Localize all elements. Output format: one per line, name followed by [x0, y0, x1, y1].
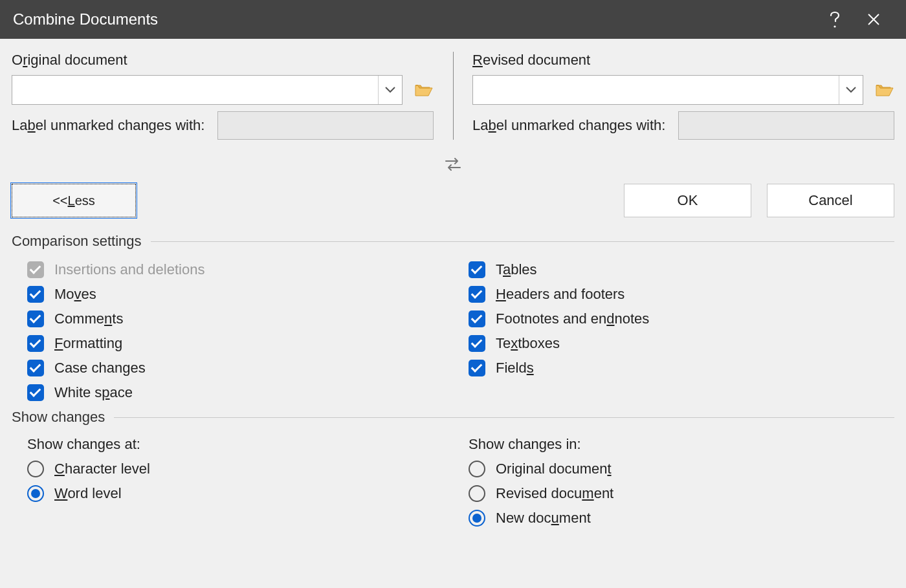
checkbox-icon	[469, 286, 485, 303]
radio-original-document[interactable]: Original document	[453, 457, 894, 481]
original-browse-button[interactable]	[414, 82, 434, 98]
chevron-down-icon	[845, 86, 857, 94]
less-button[interactable]: << Less	[12, 184, 136, 217]
document-selection-row: Original document	[12, 52, 894, 140]
checkbox-footnotes-endnotes[interactable]: Footnotes and endnotes	[453, 307, 894, 331]
checkbox-fields[interactable]: Fields	[453, 356, 894, 380]
revised-unmarked-label: Label unmarked changes with:	[472, 117, 665, 134]
original-document-label: Original document	[12, 52, 434, 69]
folder-open-icon	[414, 82, 434, 98]
original-document-combo[interactable]	[12, 75, 403, 105]
checkbox-tables[interactable]: Tables	[453, 257, 894, 282]
radio-icon	[469, 461, 485, 477]
radio-word-level[interactable]: Word level	[12, 481, 453, 506]
checkbox-headers-footers[interactable]: Headers and footers	[453, 282, 894, 307]
cancel-button[interactable]: Cancel	[767, 184, 894, 217]
help-button[interactable]	[815, 0, 854, 39]
revised-document-label: Revised document	[472, 52, 894, 69]
checkbox-icon	[469, 310, 485, 327]
close-icon	[867, 12, 881, 27]
checkbox-white-space[interactable]: White space	[12, 380, 453, 405]
checkbox-case-changes[interactable]: Case changes	[12, 356, 453, 380]
checkbox-textboxes[interactable]: Textboxes	[453, 331, 894, 356]
original-document-dropdown-button[interactable]	[378, 76, 402, 104]
swap-arrows-icon	[443, 157, 463, 172]
radio-revised-document[interactable]: Revised document	[453, 481, 894, 506]
original-unmarked-input	[217, 111, 434, 140]
window-title: Combine Documents	[13, 10, 815, 28]
checkbox-icon	[27, 310, 44, 327]
checkbox-icon	[27, 286, 44, 303]
radio-character-level[interactable]: Character level	[12, 457, 453, 481]
checkbox-icon	[27, 384, 44, 401]
radio-icon	[27, 485, 44, 502]
ok-button[interactable]: OK	[624, 184, 751, 217]
close-button[interactable]	[854, 0, 893, 39]
checkbox-comments[interactable]: Comments	[12, 307, 453, 331]
revised-document-section: Revised document	[453, 52, 894, 140]
revised-unmarked-input	[678, 111, 894, 140]
show-changes-header: Show changes	[12, 409, 894, 426]
swap-documents-button[interactable]	[440, 151, 466, 177]
original-unmarked-label: Label unmarked changes with:	[12, 117, 204, 134]
titlebar: Combine Documents	[0, 0, 906, 39]
radio-icon	[469, 510, 485, 527]
checkbox-icon	[469, 261, 485, 278]
original-document-section: Original document	[12, 52, 453, 140]
comparison-settings-header: Comparison settings	[12, 233, 894, 250]
chevron-down-icon	[384, 86, 396, 94]
radio-icon	[469, 485, 485, 502]
radio-new-document[interactable]: New document	[453, 506, 894, 530]
combine-documents-dialog: Combine Documents Original document	[0, 0, 906, 588]
folder-open-icon	[875, 82, 894, 98]
revised-browse-button[interactable]	[875, 82, 894, 98]
checkbox-icon	[469, 360, 485, 376]
revised-document-dropdown-button[interactable]	[839, 76, 863, 104]
show-changes-at-label: Show changes at:	[12, 433, 453, 457]
show-changes-in-label: Show changes in:	[453, 433, 894, 457]
comparison-settings-group: Insertions and deletions Moves Comments …	[12, 257, 894, 405]
show-changes-group: Show changes at: Character level Word le…	[12, 433, 894, 530]
revised-document-combo[interactable]	[472, 75, 863, 105]
checkbox-icon	[27, 335, 44, 352]
radio-icon	[27, 461, 44, 477]
revised-document-input[interactable]	[473, 76, 839, 104]
vertical-divider	[453, 52, 454, 140]
checkbox-formatting[interactable]: Formatting	[12, 331, 453, 356]
checkbox-icon	[27, 360, 44, 376]
svg-point-0	[834, 25, 835, 27]
checkbox-insertions-deletions: Insertions and deletions	[12, 257, 453, 282]
checkbox-icon	[469, 335, 485, 352]
checkbox-icon	[27, 261, 44, 278]
help-icon	[829, 10, 841, 28]
checkbox-moves[interactable]: Moves	[12, 282, 453, 307]
original-document-input[interactable]	[12, 76, 378, 104]
